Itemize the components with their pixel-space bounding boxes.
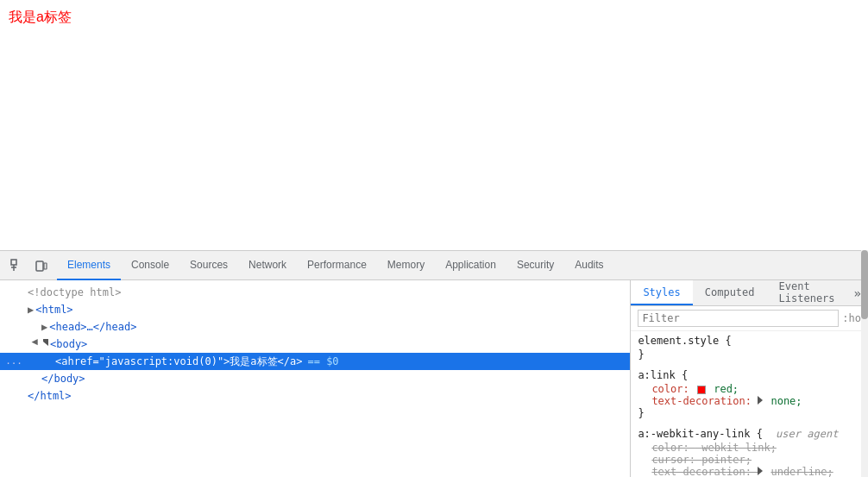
- tab-console[interactable]: Console: [121, 251, 179, 280]
- tab-performance[interactable]: Performance: [297, 251, 377, 280]
- svg-rect-0: [11, 260, 16, 265]
- scrollbar-thumb: [861, 250, 868, 319]
- html-line: </body>: [0, 370, 630, 387]
- tab-sources[interactable]: Sources: [179, 251, 238, 280]
- tab-computed[interactable]: Computed: [693, 280, 767, 305]
- html-line: ▼ <body>: [0, 336, 630, 353]
- css-prop: cursor: pointer;: [638, 454, 861, 466]
- tab-styles[interactable]: Styles: [631, 280, 692, 305]
- css-prop: text-decoration: none;: [638, 395, 861, 407]
- css-close-brace: }: [638, 407, 861, 419]
- triangle-icon: [758, 467, 763, 475]
- html-line: ▶ <html>: [0, 301, 630, 318]
- inspect-element-icon[interactable]: [5, 254, 29, 278]
- styles-panel: Styles Computed Event Listeners » :ho el…: [631, 280, 868, 477]
- device-toolbar-icon[interactable]: [29, 254, 53, 278]
- devtools-body: <!doctype html> ▶ <html> ▶ <head>…</head…: [0, 280, 868, 477]
- page-link[interactable]: 我是a标签: [9, 9, 72, 27]
- styles-tabs: Styles Computed Event Listeners »: [631, 280, 868, 306]
- css-rule-element-style: element.style { }: [638, 335, 861, 361]
- html-line: <!doctype html>: [0, 284, 630, 301]
- color-swatch-red: [697, 386, 706, 394]
- css-close-brace: }: [638, 348, 861, 361]
- right-scrollbar[interactable]: [861, 250, 868, 477]
- css-prop: text-decoration: underline;: [638, 466, 861, 477]
- tab-memory[interactable]: Memory: [377, 251, 435, 280]
- selected-element-line[interactable]: ... <a href="javascript:void(0)">我是a标签</…: [0, 353, 630, 370]
- css-selector: a:link {: [638, 369, 861, 381]
- css-selector: a:-webkit-any-link { user agent: [638, 428, 861, 440]
- devtools-tabs: Elements Console Sources Network Perform…: [57, 251, 614, 280]
- styles-content: element.style { } a:link { color: red; t…: [631, 331, 868, 477]
- html-line: ▶ <head>…</head>: [0, 318, 630, 336]
- tab-network[interactable]: Network: [238, 251, 297, 280]
- css-prop: color: -webkit-link;: [638, 442, 861, 454]
- dollar-zero: == $0: [307, 354, 338, 369]
- html-line: </html>: [0, 387, 630, 405]
- css-prop: color: red;: [638, 383, 861, 395]
- tab-application[interactable]: Application: [435, 251, 506, 280]
- tab-elements[interactable]: Elements: [57, 251, 121, 280]
- devtools-panel: Elements Console Sources Network Perform…: [0, 250, 868, 477]
- css-rule-webkit-any-link: a:-webkit-any-link { user agent color: -…: [638, 428, 861, 477]
- triangle-icon: [758, 396, 763, 405]
- elements-panel[interactable]: <!doctype html> ▶ <html> ▶ <head>…</head…: [0, 280, 631, 477]
- css-rule-alink: a:link { color: red; text-decoration: no…: [638, 369, 861, 419]
- devtools-toolbar: Elements Console Sources Network Perform…: [0, 251, 868, 280]
- tab-security[interactable]: Security: [506, 251, 564, 280]
- filter-hint: :ho: [842, 312, 861, 324]
- main-content: 我是a标签: [0, 0, 868, 250]
- styles-filter: :ho: [631, 306, 868, 331]
- css-selector: element.style {: [638, 335, 861, 347]
- svg-rect-3: [36, 261, 43, 271]
- tab-audits[interactable]: Audits: [564, 251, 613, 280]
- svg-rect-4: [44, 263, 47, 269]
- tab-event-listeners[interactable]: Event Listeners: [767, 280, 847, 305]
- styles-filter-input[interactable]: [638, 310, 839, 327]
